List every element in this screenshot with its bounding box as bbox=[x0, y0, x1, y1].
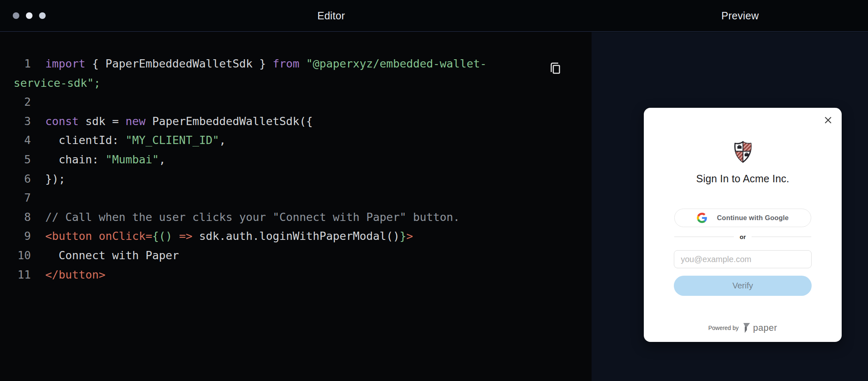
code-token: Connect with Paper bbox=[45, 249, 179, 262]
line-number: 3 bbox=[14, 112, 45, 131]
code-line: 8// Call when the user clicks your "Conn… bbox=[14, 208, 575, 227]
line-number: 9 bbox=[14, 227, 45, 246]
or-label: or bbox=[740, 233, 746, 240]
code-token: } bbox=[400, 230, 406, 242]
code-token: , bbox=[159, 153, 165, 166]
code-token: import bbox=[45, 57, 86, 70]
code-line: 3const sdk = new PaperEmbeddedWalletSdk(… bbox=[14, 112, 575, 131]
google-g-icon bbox=[697, 213, 707, 223]
code-line: 6}); bbox=[14, 170, 575, 189]
window-dot-minimize-icon[interactable] bbox=[26, 12, 32, 19]
continue-with-google-button[interactable]: Continue with Google bbox=[674, 209, 811, 227]
preview-pane: Sign In to Acme Inc. Continue with Googl… bbox=[592, 32, 868, 381]
line-number: 4 bbox=[14, 131, 45, 150]
code-editor-pane: 1import { PaperEmbeddedWalletSdk } from … bbox=[0, 32, 592, 381]
line-number: 2 bbox=[14, 93, 45, 112]
line-number: 7 bbox=[14, 188, 45, 208]
sign-in-modal: Sign In to Acme Inc. Continue with Googl… bbox=[644, 108, 842, 342]
code-token: => bbox=[179, 230, 193, 242]
close-icon bbox=[824, 119, 832, 125]
code-token: > bbox=[406, 230, 413, 242]
google-button-label: Continue with Google bbox=[717, 214, 789, 222]
line-number: 10 bbox=[14, 246, 45, 265]
code-token: </button> bbox=[45, 268, 105, 281]
email-input[interactable] bbox=[674, 250, 812, 268]
copy-code-button[interactable] bbox=[549, 61, 562, 76]
acme-shield-logo bbox=[733, 140, 753, 166]
code-token: clientId: bbox=[45, 134, 125, 146]
code-block: 1import { PaperEmbeddedWalletSdk } from … bbox=[0, 32, 592, 284]
modal-title: Sign In to Acme Inc. bbox=[644, 173, 842, 185]
powered-by-footer: Powered by paper bbox=[644, 322, 842, 334]
window-dot-zoom-icon[interactable] bbox=[39, 12, 46, 19]
code-token: "Mumbai" bbox=[105, 153, 159, 166]
code-token: sdk.auth.loginWithPaperModal() bbox=[193, 230, 400, 242]
line-number: 11 bbox=[14, 265, 45, 285]
code-line: 2 bbox=[14, 93, 575, 112]
code-line: 1import { PaperEmbeddedWalletSdk } from … bbox=[14, 54, 575, 74]
code-line: 9<button onClick={() => sdk.auth.loginWi… bbox=[14, 227, 575, 246]
window-dot-close-icon[interactable] bbox=[13, 12, 19, 19]
paper-brand-link[interactable]: paper bbox=[743, 322, 777, 334]
verify-button[interactable]: Verify bbox=[674, 276, 812, 296]
code-token: chain: bbox=[45, 153, 105, 166]
code-token: PaperEmbeddedWalletSdk({ bbox=[146, 115, 313, 128]
code-token: sdk = bbox=[79, 115, 125, 128]
code-token: { PaperEmbeddedWalletSdk } bbox=[86, 57, 273, 70]
code-token: "@paperxyz/embedded-wallet- bbox=[306, 57, 487, 70]
app-window: Editor Preview 1import { PaperEmbeddedWa… bbox=[0, 0, 868, 381]
code-line: 11</button> bbox=[14, 265, 575, 285]
code-token: new bbox=[125, 115, 146, 128]
code-token: "MY_CLIENT_ID" bbox=[125, 134, 219, 146]
code-token bbox=[172, 230, 179, 242]
code-line: 10 Connect with Paper bbox=[14, 246, 575, 265]
line-number: 5 bbox=[14, 150, 45, 170]
paper-brand-label: paper bbox=[753, 323, 777, 333]
code-token: <button onClick= bbox=[45, 230, 152, 242]
modal-close-button[interactable] bbox=[824, 116, 833, 125]
code-token: const bbox=[45, 115, 79, 128]
code-token: // Call when the user clicks your "Conne… bbox=[45, 211, 460, 223]
window-controls bbox=[13, 12, 46, 19]
code-line: 5 chain: "Mumbai", bbox=[14, 150, 575, 170]
code-token: {() bbox=[152, 230, 172, 242]
code-line: 4 clientId: "MY_CLIENT_ID", bbox=[14, 131, 575, 150]
paper-logo bbox=[743, 322, 750, 334]
divider-line bbox=[674, 237, 734, 237]
copy-icon bbox=[549, 71, 562, 77]
preview-pane-title: Preview bbox=[721, 10, 759, 22]
line-number: 8 bbox=[14, 208, 45, 227]
title-bar: Editor Preview bbox=[0, 0, 868, 32]
code-line-continuation: service-sdk"; bbox=[14, 74, 575, 93]
or-divider: or bbox=[674, 233, 811, 240]
powered-by-label: Powered by bbox=[708, 325, 739, 331]
line-number: 6 bbox=[14, 170, 45, 189]
code-line: 7 bbox=[14, 188, 575, 208]
line-number: 1 bbox=[14, 54, 45, 74]
code-token: , bbox=[219, 134, 226, 146]
code-token: }); bbox=[45, 172, 65, 185]
code-token: service-sdk"; bbox=[14, 77, 100, 89]
editor-pane-title: Editor bbox=[317, 10, 345, 22]
code-token: from bbox=[273, 57, 299, 70]
divider-line bbox=[752, 237, 811, 237]
code-token bbox=[299, 57, 306, 70]
